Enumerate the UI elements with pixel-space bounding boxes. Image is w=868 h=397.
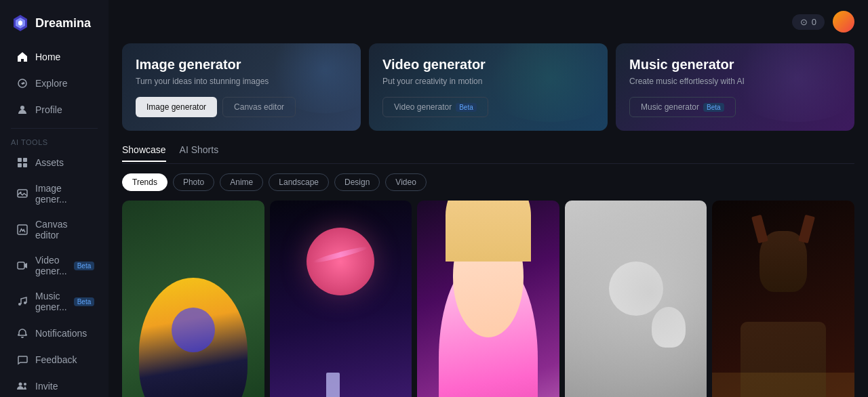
svg-rect-4 bbox=[23, 158, 27, 162]
filter-landscape[interactable]: Landscape bbox=[269, 173, 329, 191]
video-gen-button[interactable]: Video generator Beta bbox=[382, 97, 488, 117]
user-avatar[interactable] bbox=[833, 11, 854, 33]
music-gen-button[interactable]: Music generator Beta bbox=[629, 97, 736, 117]
compass-icon bbox=[16, 77, 28, 89]
sidebar-item-canvas-label: Canvas editor bbox=[35, 219, 92, 241]
sidebar-item-image-gen-label: Image gener... bbox=[35, 183, 92, 205]
filter-design[interactable]: Design bbox=[334, 173, 380, 191]
filter-pills: Trends Photo Anime Landscape Design Vide… bbox=[122, 173, 854, 191]
music-hero-beta: Beta bbox=[703, 103, 724, 112]
gallery-item-bear[interactable] bbox=[565, 201, 707, 397]
hero-card-image-gen: Image generator Turn your ideas into stu… bbox=[122, 43, 361, 131]
bell-icon bbox=[16, 327, 28, 339]
hero-cards: Image generator Turn your ideas into stu… bbox=[122, 43, 854, 131]
sidebar-item-assets[interactable]: Assets bbox=[5, 150, 103, 175]
sidebar-item-feedback[interactable]: Feedback bbox=[5, 347, 103, 373]
sidebar-item-profile[interactable]: Profile bbox=[5, 97, 103, 123]
sidebar-item-notifications-label: Notifications bbox=[35, 328, 87, 339]
coin-display: ⊙ 0 bbox=[792, 14, 825, 30]
sidebar-main-section: Home Explore Profile AI tools Assets bbox=[0, 43, 108, 320]
users-icon bbox=[16, 380, 28, 392]
coin-count: 0 bbox=[812, 17, 816, 27]
topbar: ⊙ 0 bbox=[122, 11, 854, 33]
svg-point-2 bbox=[20, 106, 24, 110]
grid-icon bbox=[16, 156, 28, 169]
sidebar-item-invite-label: Invite bbox=[35, 381, 58, 392]
svg-rect-10 bbox=[18, 262, 24, 269]
music-gen-beta-badge: Beta bbox=[74, 297, 95, 306]
logo-icon bbox=[11, 14, 30, 33]
filter-trends[interactable]: Trends bbox=[122, 173, 167, 191]
main-content: ⊙ 0 Image generator Turn your ideas into… bbox=[108, 0, 868, 397]
image-gen-button[interactable]: Image generator bbox=[136, 97, 217, 117]
gallery-item-demon[interactable] bbox=[712, 201, 854, 397]
svg-rect-5 bbox=[18, 163, 22, 167]
svg-point-12 bbox=[24, 301, 26, 304]
sidebar-item-image-gen[interactable]: Image gener... bbox=[5, 176, 103, 211]
sidebar-item-video-gen[interactable]: Video gener... Beta bbox=[5, 248, 103, 283]
sidebar-item-canvas[interactable]: Canvas editor bbox=[5, 212, 103, 247]
video-icon bbox=[16, 259, 28, 272]
user-icon bbox=[16, 104, 28, 116]
ai-tools-label: AI tools bbox=[0, 134, 108, 149]
svg-point-11 bbox=[18, 303, 21, 306]
sidebar-item-music-gen-label: Music gener... bbox=[35, 291, 67, 312]
sidebar-item-feedback-label: Feedback bbox=[35, 354, 77, 365]
home-icon bbox=[16, 51, 28, 63]
logo-text: Dreamina bbox=[35, 16, 91, 30]
logo[interactable]: Dreamina bbox=[0, 8, 108, 43]
message-icon bbox=[16, 354, 28, 366]
svg-rect-3 bbox=[18, 158, 22, 162]
tab-showcase[interactable]: Showcase bbox=[122, 144, 166, 162]
filter-video[interactable]: Video bbox=[385, 173, 426, 191]
sidebar-item-music-gen[interactable]: Music gener... Beta bbox=[5, 284, 103, 319]
tab-ai-shorts[interactable]: AI Shorts bbox=[180, 144, 219, 162]
image-icon bbox=[16, 188, 28, 200]
tabs: Showcase AI Shorts bbox=[122, 144, 854, 164]
sidebar-item-home[interactable]: Home bbox=[5, 44, 103, 70]
sidebar-item-profile-label: Profile bbox=[35, 104, 62, 115]
filter-photo[interactable]: Photo bbox=[173, 173, 214, 191]
svg-point-14 bbox=[24, 383, 26, 385]
sidebar-item-assets-label: Assets bbox=[35, 157, 64, 168]
music-icon bbox=[16, 295, 28, 308]
hero-card-video-gen: Video generator Put your creativity in m… bbox=[369, 43, 608, 131]
video-hero-beta: Beta bbox=[456, 103, 477, 112]
hero-card-music-gen: Music generator Create music effortlessl… bbox=[616, 43, 854, 131]
svg-point-13 bbox=[19, 383, 22, 386]
sidebar-divider bbox=[11, 128, 98, 129]
svg-marker-1 bbox=[21, 82, 25, 85]
sidebar-item-invite[interactable]: Invite bbox=[5, 373, 103, 397]
video-gen-beta-badge: Beta bbox=[74, 262, 95, 270]
coin-icon: ⊙ bbox=[800, 17, 808, 27]
sidebar-item-home-label: Home bbox=[35, 51, 60, 62]
sidebar-item-explore-label: Explore bbox=[35, 78, 67, 89]
gallery-item-barbie[interactable] bbox=[417, 201, 559, 397]
sidebar-item-video-gen-label: Video gener... bbox=[35, 255, 67, 276]
sidebar-bottom-section: Notifications Feedback Invite bbox=[0, 320, 108, 397]
sidebar-item-notifications[interactable]: Notifications bbox=[5, 320, 103, 346]
svg-rect-6 bbox=[23, 163, 27, 167]
gallery: dlra 55 730 bbox=[122, 201, 854, 397]
sidebar: Dreamina Home Explore Profile AI tools bbox=[0, 0, 108, 397]
gallery-item-sponge[interactable]: dlra 55 730 bbox=[122, 201, 264, 397]
sidebar-item-explore[interactable]: Explore bbox=[5, 70, 103, 96]
canvas-icon bbox=[16, 224, 28, 236]
gallery-item-planet[interactable]: Poppy 9 121 bbox=[270, 201, 412, 397]
filter-anime[interactable]: Anime bbox=[220, 173, 263, 191]
